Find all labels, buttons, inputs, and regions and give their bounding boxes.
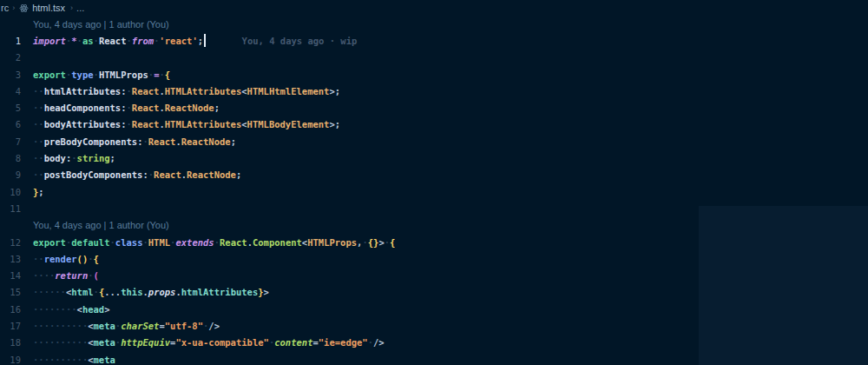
code-line[interactable]: 7··preBodyComponents:·React.ReactNode; — [0, 133, 868, 149]
code-text: export·default·class·HTML·extends·React.… — [33, 237, 395, 248]
line-number[interactable]: 11 — [0, 203, 21, 214]
line-number[interactable]: 12 — [0, 237, 21, 248]
token: "ie=edge" — [319, 337, 368, 348]
whitespace-dots: ·········· — [33, 355, 88, 365]
token: ... — [104, 287, 121, 297]
token: /> — [208, 321, 220, 331]
whitespace-dots: ·· — [33, 254, 44, 264]
token: html — [71, 287, 93, 297]
token: Component — [253, 237, 302, 248]
token: ; — [38, 187, 43, 197]
line-number[interactable]: 5 — [0, 103, 21, 113]
line-number[interactable]: 3 — [0, 70, 21, 80]
line-number[interactable]: 10 — [0, 187, 21, 197]
token: ; — [198, 36, 203, 46]
token: meta — [94, 355, 115, 365]
token: React — [99, 36, 127, 46]
token: meta — [94, 337, 115, 348]
code-line[interactable]: 1import·*·as·React·from·'react';You, 4 d… — [0, 32, 868, 49]
code-line[interactable]: 4··htmlAttributes:·React.HTMLAttributes<… — [0, 83, 868, 99]
token: "x-ua-compatible" — [175, 337, 268, 348]
breadcrumb-file[interactable]: html.tsx — [32, 3, 65, 13]
codelens-blame-link[interactable]: You, 4 days ago | 1 author (You) — [33, 220, 169, 230]
token: { — [94, 254, 99, 264]
token: type — [71, 70, 93, 80]
code-text: ··········<meta·httpEquiv="x-ua-compatib… — [33, 337, 385, 348]
line-number[interactable]: 7 — [0, 136, 21, 147]
whitespace-dots: ······ — [33, 287, 66, 297]
code-line[interactable]: 5··headComponents:·React.ReactNode; — [0, 99, 868, 116]
token: this — [121, 287, 142, 297]
token: as — [82, 36, 94, 46]
whitespace-dots: ·· — [33, 153, 44, 163]
token: body — [44, 153, 66, 163]
breadcrumb: rc › html.tsx › ... — [0, 0, 868, 16]
token: "utf-8" — [165, 321, 203, 331]
line-number[interactable]: 4 — [0, 86, 21, 96]
inline-blame-annotation: You, 4 days ago · wip — [242, 36, 358, 46]
code-line[interactable]: 6··bodyAttributes:·React.HTMLAttributes<… — [0, 116, 868, 133]
whitespace-dots: ·········· — [33, 321, 88, 331]
chevron-right-icon: › — [70, 3, 73, 12]
line-number[interactable]: 1 — [0, 36, 21, 46]
token: from — [132, 36, 154, 46]
breadcrumb-symbol[interactable]: ... — [76, 3, 84, 13]
code-line[interactable]: 10}; — [0, 183, 868, 200]
token: () — [77, 254, 89, 264]
code-text: ··htmlAttributes:·React.HTMLAttributes<H… — [33, 86, 340, 96]
token: export — [33, 70, 66, 80]
codelens-row[interactable]: You, 4 days ago | 1 author (You) — [0, 16, 868, 32]
code-line[interactable]: 9··postBodyComponents:·React.ReactNode; — [0, 167, 868, 183]
code-text: }; — [33, 187, 44, 197]
line-number[interactable]: 9 — [0, 169, 21, 180]
token: React — [220, 237, 247, 248]
token: ReactNode — [165, 103, 214, 113]
line-number[interactable]: 2 — [0, 52, 21, 63]
token: export — [33, 237, 66, 248]
token: ; — [335, 119, 340, 129]
line-number[interactable]: 17 — [0, 321, 21, 331]
token: ReactNode — [181, 136, 231, 147]
token: htmlAttributes — [181, 287, 259, 297]
code-line[interactable]: 2 — [0, 50, 868, 66]
token: head — [82, 304, 104, 315]
token: meta — [94, 321, 115, 331]
token: postBodyComponents — [44, 169, 143, 180]
token: > — [104, 304, 109, 315]
code-text: ··render()·{ — [33, 254, 99, 264]
line-number[interactable]: 6 — [0, 119, 21, 129]
line-number[interactable]: 18 — [0, 337, 21, 348]
line-number[interactable]: 13 — [0, 254, 21, 264]
token: class — [115, 237, 143, 248]
token: ( — [94, 270, 99, 281]
token: bodyAttributes — [44, 119, 122, 129]
whitespace-dots: ·· — [33, 136, 44, 147]
breadcrumb-folder[interactable]: rc — [1, 3, 9, 13]
token: React — [154, 169, 181, 180]
line-number[interactable]: 15 — [0, 287, 21, 297]
code-line[interactable]: 8··body:·string; — [0, 149, 868, 166]
whitespace-dots: ·········· — [33, 337, 88, 348]
token: import — [33, 36, 66, 46]
token: {} — [368, 237, 379, 248]
token: charSet — [121, 321, 159, 331]
line-number[interactable]: 16 — [0, 304, 21, 315]
chevron-right-icon: › — [12, 3, 15, 12]
token: headComponents — [44, 103, 122, 113]
code-text: ··········<meta — [33, 355, 115, 365]
token: extends — [175, 237, 214, 248]
code-line[interactable]: 3export·type·HTMLProps·=·{ — [0, 66, 868, 83]
codelens-blame-link[interactable]: You, 4 days ago | 1 author (You) — [33, 19, 169, 30]
token: HTMLProps — [307, 237, 357, 248]
token: httpEquiv — [121, 337, 170, 348]
token: 'react' — [159, 36, 197, 46]
code-text: ··bodyAttributes:·React.HTMLAttributes<H… — [33, 119, 340, 129]
line-number[interactable]: 14 — [0, 270, 21, 281]
line-number[interactable]: 8 — [0, 153, 21, 163]
token: default — [71, 237, 109, 248]
token: return — [55, 270, 88, 281]
code-text: ········<head> — [33, 304, 110, 315]
line-number[interactable]: 19 — [0, 355, 21, 365]
token: ; — [236, 169, 241, 180]
text-cursor — [204, 34, 206, 47]
